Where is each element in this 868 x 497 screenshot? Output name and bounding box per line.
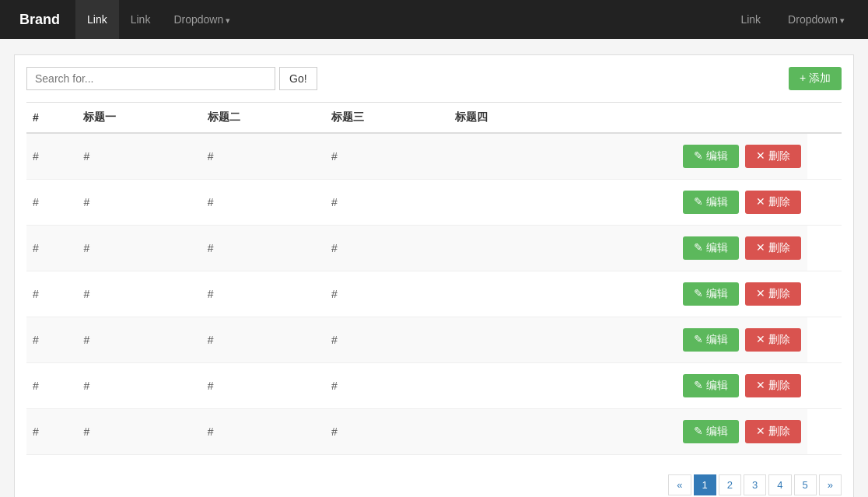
cell-col1: # <box>26 271 77 317</box>
edit-button[interactable]: ✎ 编辑 <box>683 374 739 397</box>
edit-button[interactable]: ✎ 编辑 <box>683 282 739 306</box>
cell-col3: # <box>201 317 325 363</box>
delete-button[interactable]: ✕ 删除 <box>745 145 801 168</box>
cell-col4: # <box>325 133 449 180</box>
edit-button[interactable]: ✎ 编辑 <box>683 420 739 443</box>
cell-col3: # <box>201 180 325 226</box>
cell-actions: ✎ 编辑 ✕ 删除 <box>449 363 807 409</box>
cell-col1: # <box>26 180 77 226</box>
cell-col3: # <box>201 133 325 180</box>
table-row: # # # # ✎ 编辑 ✕ 删除 <box>26 317 842 363</box>
col-header-title3: 标题三 <box>325 103 449 134</box>
delete-button[interactable]: ✕ 删除 <box>745 420 801 443</box>
edit-button[interactable]: ✎ 编辑 <box>683 145 739 168</box>
nav-item-link-active[interactable]: Link <box>75 0 119 39</box>
cell-col2: # <box>77 271 201 317</box>
col-header-title2: 标题二 <box>201 103 325 134</box>
search-row: Go! + 添加 <box>26 67 842 90</box>
navbar: Brand Link Link Dropdown Link Dropdown <box>0 0 868 39</box>
pagination-next[interactable]: » <box>819 474 842 495</box>
nav-link-active[interactable]: Link <box>75 0 119 39</box>
cell-actions: ✎ 编辑 ✕ 删除 <box>449 317 807 363</box>
add-button[interactable]: + 添加 <box>789 67 842 90</box>
pagination-page-3[interactable]: 3 <box>744 474 766 495</box>
navbar-nav-left: Link Link Dropdown <box>75 0 242 39</box>
go-button[interactable]: Go! <box>279 67 317 90</box>
cell-col3: # <box>201 363 325 409</box>
pagination-page-2-link[interactable]: 2 <box>719 474 741 495</box>
cell-col3: # <box>201 226 325 271</box>
cell-col1: # <box>26 409 77 455</box>
nav-item-dropdown[interactable]: Dropdown <box>162 0 242 39</box>
pagination-page-3-link[interactable]: 3 <box>744 474 766 495</box>
main-container: Go! + 添加 # 标题一 标题二 标题三 标题四 # # # # ✎ 编辑 … <box>14 54 854 497</box>
cell-col4: # <box>325 271 449 317</box>
cell-col2: # <box>77 363 201 409</box>
search-input[interactable] <box>26 67 275 90</box>
cell-col1: # <box>26 133 77 180</box>
pagination-page-2[interactable]: 2 <box>719 474 741 495</box>
delete-button[interactable]: ✕ 删除 <box>745 374 801 397</box>
cell-actions: ✎ 编辑 ✕ 删除 <box>449 271 807 317</box>
table-row: # # # # ✎ 编辑 ✕ 删除 <box>26 133 842 180</box>
cell-col4: # <box>325 317 449 363</box>
edit-button[interactable]: ✎ 编辑 <box>683 191 739 214</box>
cell-col1: # <box>26 363 77 409</box>
pagination-page-1-link[interactable]: 1 <box>694 474 716 495</box>
cell-col2: # <box>77 226 201 271</box>
pagination-row: « 1 2 3 4 5 » <box>26 467 842 497</box>
cell-col4: # <box>325 409 449 455</box>
cell-col3: # <box>201 409 325 455</box>
cell-actions: ✎ 编辑 ✕ 删除 <box>449 226 807 271</box>
pagination: « 1 2 3 4 5 » <box>668 474 842 495</box>
cell-col4: # <box>325 226 449 271</box>
cell-col1: # <box>26 226 77 271</box>
pagination-next-link[interactable]: » <box>819 474 842 495</box>
table-row: # # # # ✎ 编辑 ✕ 删除 <box>26 226 842 271</box>
cell-col4: # <box>325 363 449 409</box>
navbar-brand[interactable]: Brand <box>12 0 68 39</box>
pagination-page-5[interactable]: 5 <box>794 474 817 495</box>
col-header-title4: 标题四 <box>449 103 807 134</box>
col-header-hash: # <box>26 103 77 134</box>
navbar-nav-right: Link Dropdown <box>729 13 856 26</box>
nav-right-dropdown[interactable]: Dropdown <box>776 13 856 26</box>
table-row: # # # # ✎ 编辑 ✕ 删除 <box>26 363 842 409</box>
cell-actions: ✎ 编辑 ✕ 删除 <box>449 133 807 180</box>
pagination-page-4-link[interactable]: 4 <box>768 474 791 495</box>
cell-col2: # <box>77 409 201 455</box>
delete-button[interactable]: ✕ 删除 <box>745 328 801 352</box>
nav-item-link[interactable]: Link <box>119 0 163 39</box>
cell-col2: # <box>77 317 201 363</box>
col-header-title1: 标题一 <box>77 103 201 134</box>
table-row: # # # # ✎ 编辑 ✕ 删除 <box>26 271 842 317</box>
cell-actions: ✎ 编辑 ✕ 删除 <box>449 409 807 455</box>
cell-col3: # <box>201 271 325 317</box>
nav-link[interactable]: Link <box>119 0 163 39</box>
edit-button[interactable]: ✎ 编辑 <box>683 328 739 352</box>
table-body: # # # # ✎ 编辑 ✕ 删除 # # # # ✎ 编辑 ✕ 删除 # # … <box>26 133 842 455</box>
delete-button[interactable]: ✕ 删除 <box>745 191 801 214</box>
cell-actions: ✎ 编辑 ✕ 删除 <box>449 180 807 226</box>
edit-button[interactable]: ✎ 编辑 <box>683 236 739 260</box>
data-table: # 标题一 标题二 标题三 标题四 # # # # ✎ 编辑 ✕ 删除 # # … <box>26 102 842 455</box>
cell-col2: # <box>77 133 201 180</box>
delete-button[interactable]: ✕ 删除 <box>745 236 801 260</box>
pagination-page-5-link[interactable]: 5 <box>794 474 817 495</box>
pagination-page-4[interactable]: 4 <box>768 474 791 495</box>
pagination-page-1[interactable]: 1 <box>694 474 716 495</box>
table-row: # # # # ✎ 编辑 ✕ 删除 <box>26 180 842 226</box>
table-row: # # # # ✎ 编辑 ✕ 删除 <box>26 409 842 455</box>
pagination-prev-link[interactable]: « <box>668 474 691 495</box>
nav-dropdown-toggle[interactable]: Dropdown <box>162 0 242 40</box>
nav-right-link[interactable]: Link <box>729 13 772 26</box>
table-header-row: # 标题一 标题二 标题三 标题四 <box>26 103 842 134</box>
pagination-prev[interactable]: « <box>668 474 691 495</box>
cell-col4: # <box>325 180 449 226</box>
col-header-actions <box>807 103 842 134</box>
cell-col1: # <box>26 317 77 363</box>
delete-button[interactable]: ✕ 删除 <box>745 282 801 306</box>
cell-col2: # <box>77 180 201 226</box>
